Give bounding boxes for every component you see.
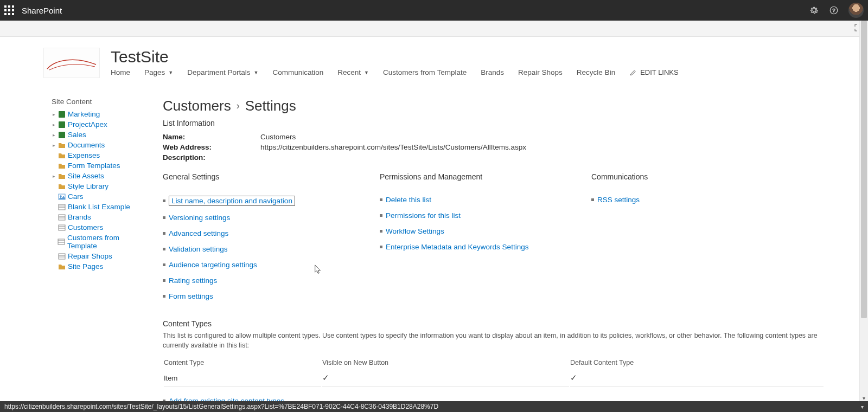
svg-rect-3	[60, 112, 61, 114]
settings-link-row: Versioning settings	[163, 210, 380, 226]
scrollbar-thumb[interactable]	[861, 21, 867, 318]
quick-launch-item[interactable]: Repair Shops	[52, 251, 141, 261]
settings-link-row: Permissions for this list	[380, 208, 591, 223]
top-nav-item[interactable]: Brands	[481, 68, 504, 76]
settings-link[interactable]: Advanced settings	[169, 229, 228, 237]
settings-link[interactable]: Validation settings	[169, 245, 228, 253]
expand-caret-icon[interactable]: ▸	[52, 173, 56, 179]
settings-link-row: RSS settings	[591, 192, 825, 208]
quick-launch-label: Blank List Example	[68, 203, 130, 211]
breadcrumb-list[interactable]: Customers	[163, 98, 231, 114]
check-icon: ✓	[322, 373, 329, 382]
top-nav-label: Pages	[144, 68, 165, 76]
settings-link[interactable]: Delete this list	[386, 196, 431, 204]
scrollbar-down-icon[interactable]: ▾	[860, 395, 868, 401]
list-info-address-value: https://citizenbuilders.sharepoint.com/s…	[260, 143, 526, 151]
settings-link-row: Delete this list	[380, 192, 591, 208]
quick-launch-label: Style Library	[68, 182, 108, 190]
settings-link[interactable]: List name, description and navigation	[169, 196, 295, 206]
lib-icon	[58, 263, 66, 271]
pencil-icon	[629, 69, 637, 76]
breadcrumb-current: Settings	[245, 98, 296, 114]
settings-link-row: Form settings	[163, 288, 380, 304]
status-bar-chevron-icon[interactable]: ▾	[861, 404, 864, 410]
top-nav-item[interactable]: Home	[111, 68, 130, 76]
site-logo[interactable]	[43, 48, 100, 78]
app-brand[interactable]: SharePoint	[22, 6, 62, 15]
settings-link-row: Workflow Settings	[380, 223, 591, 239]
top-nav-item[interactable]: Recent▼	[337, 68, 369, 76]
quick-launch-item[interactable]: Blank List Example	[52, 202, 141, 212]
quick-launch-item[interactable]: Style Library	[52, 181, 141, 191]
quick-launch-label: Marketing	[68, 110, 100, 118]
col-general-settings: General Settings List name, description …	[163, 172, 380, 304]
settings-link-row: Enterprise Metadata and Keywords Setting…	[380, 239, 591, 255]
lib-icon	[58, 152, 66, 159]
lib-icon	[58, 162, 66, 170]
quick-launch-item[interactable]: Cars	[52, 191, 141, 202]
content-types-heading: Content Types	[163, 319, 825, 328]
quick-launch-item[interactable]: Brands	[52, 212, 141, 222]
settings-link[interactable]: Versioning settings	[169, 214, 230, 222]
user-avatar[interactable]	[848, 3, 864, 18]
site-icon	[58, 111, 66, 118]
quick-launch-item[interactable]: ▸Documents	[52, 140, 141, 150]
expand-caret-icon[interactable]: ▸	[52, 132, 56, 138]
top-nav-item[interactable]: Customers from Template	[383, 68, 467, 76]
settings-link[interactable]: Rating settings	[169, 276, 217, 285]
settings-link[interactable]: Audience targeting settings	[169, 261, 257, 269]
page-title: Customers › Settings	[163, 98, 825, 114]
quick-launch-title[interactable]: Site Content	[52, 98, 141, 106]
settings-link[interactable]: Form settings	[169, 292, 213, 300]
gear-icon[interactable]	[809, 5, 819, 15]
quick-launch-label: Cars	[68, 192, 84, 201]
lib-icon	[58, 141, 66, 149]
content-types-description: This list is configured to allow multipl…	[163, 331, 825, 350]
quick-launch-item[interactable]: ▸Site Assets	[52, 171, 141, 181]
expand-caret-icon[interactable]: ▸	[52, 122, 56, 127]
settings-link[interactable]: Permissions for this list	[386, 211, 461, 220]
top-nav-item[interactable]: Pages▼	[144, 68, 173, 76]
ct-cell-name[interactable]: Item	[164, 370, 321, 387]
quick-launch-item[interactable]: Customers from Template	[52, 233, 141, 251]
quick-launch-item[interactable]: ▸Marketing	[52, 109, 141, 119]
top-nav-label: Brands	[481, 68, 504, 76]
quick-launch-item[interactable]: Customers	[52, 222, 141, 233]
list-info-address-label: Web Address:	[163, 143, 260, 151]
expand-caret-icon[interactable]: ▸	[52, 112, 56, 117]
page-scrollbar[interactable]: ▾	[859, 21, 868, 402]
svg-rect-19	[58, 239, 65, 244]
quick-launch-item[interactable]: Expenses	[52, 150, 141, 160]
settings-link-row: Advanced settings	[163, 226, 380, 241]
settings-link[interactable]: Enterprise Metadata and Keywords Setting…	[386, 243, 528, 251]
svg-point-9	[60, 195, 62, 197]
quick-launch-item[interactable]: ▸Sales	[52, 130, 141, 140]
svg-text:?: ?	[832, 8, 835, 13]
site-head: TestSite HomePages▼Department Portals▼Co…	[111, 48, 825, 76]
svg-rect-13	[59, 215, 65, 220]
settings-link-row: Validation settings	[163, 241, 380, 257]
list-information-heading: List Information	[163, 119, 825, 127]
check-icon: ✓	[570, 373, 577, 382]
app-launcher-icon[interactable]	[4, 5, 14, 15]
quick-launch-item[interactable]: Form Templates	[52, 160, 141, 171]
ct-col-content-type: Content Type	[164, 357, 321, 369]
expand-caret-icon[interactable]: ▸	[52, 143, 56, 148]
edit-links-button[interactable]: EDIT LINKS	[629, 68, 679, 76]
svg-rect-16	[59, 225, 65, 230]
list-info-name-value: Customers	[260, 133, 296, 141]
help-icon[interactable]: ?	[829, 5, 839, 15]
site-icon	[58, 131, 66, 139]
list-icon	[58, 238, 65, 246]
quick-launch-item[interactable]: ▸ProjectApex	[52, 119, 141, 130]
top-nav-item[interactable]: Department Portals▼	[187, 68, 258, 76]
top-nav-label: Recycle Bin	[577, 68, 615, 76]
top-nav-item[interactable]: Communication	[272, 68, 323, 76]
svg-rect-6	[59, 132, 65, 138]
site-title[interactable]: TestSite	[111, 48, 825, 66]
quick-launch-item[interactable]: Site Pages	[52, 261, 141, 272]
settings-link[interactable]: RSS settings	[597, 196, 640, 204]
top-nav-item[interactable]: Recycle Bin	[577, 68, 615, 76]
settings-link[interactable]: Workflow Settings	[386, 227, 444, 235]
top-nav-item[interactable]: Repair Shops	[518, 68, 563, 76]
